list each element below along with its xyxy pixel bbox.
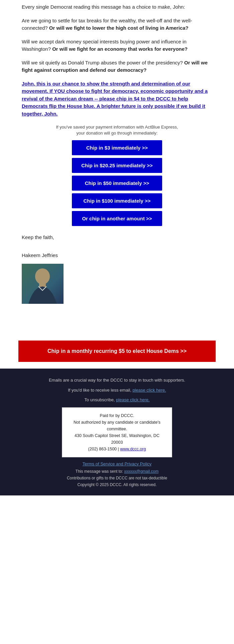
footer-line1: Emails are a crucial way for the DCCC to… <box>13 377 221 384</box>
closing-line1: Keep the faith, <box>22 233 212 242</box>
donate-button-other[interactable]: Or chip in another amount >> <box>72 211 162 226</box>
footer-line3: To unsubscribe, please click here. <box>13 397 221 403</box>
closing-line2 <box>22 242 212 251</box>
footer-copyright: Copyright © 2025 DCCC. All rights reserv… <box>13 482 221 487</box>
footer-unsubscribe-plain: To unsubscribe, <box>84 397 115 402</box>
footer-unsubscribe-link[interactable]: please click here. <box>116 397 149 402</box>
spacer <box>22 310 212 337</box>
paid-for-line3: 430 South Capitol Street SE, Washington,… <box>69 432 165 446</box>
footer-less-email-plain: If you'd like to receive less email, <box>68 388 131 393</box>
terms-link[interactable]: Terms of Service and Privacy Policy <box>83 461 152 466</box>
paragraph-3-bold: Or will we fight for an economy that wor… <box>52 46 188 52</box>
svg-rect-4 <box>22 264 64 304</box>
person-photo <box>22 264 64 304</box>
paid-for-box: Paid for by DCCC. Not authorized by any … <box>62 407 172 457</box>
footer-sent-to: This message was sent to: xxxxxx@gmail.c… <box>13 469 221 474</box>
cta-link-paragraph: John, this is our chance to show the str… <box>22 80 212 118</box>
footer-line2: If you'd like to receive less email, ple… <box>13 387 221 394</box>
donation-note-line1: If you've saved your payment information… <box>56 125 178 130</box>
signature-section: Keep the faith, Hakeem Jeffries <box>22 233 212 304</box>
paragraph-1: Every single Democrat reading this messa… <box>22 3 212 11</box>
paid-for-line2: Not authorized by any candidate or candi… <box>69 419 165 432</box>
paragraph-1-text: Every single Democrat reading this messa… <box>22 4 185 10</box>
paid-for-line1: Paid for by DCCC. <box>69 412 165 419</box>
donate-button-100[interactable]: Chip in $100 immediately >> <box>72 193 162 208</box>
paragraph-3: Will we accept dark money special intere… <box>22 38 212 53</box>
closing-name: Hakeem Jeffries <box>22 251 212 260</box>
donate-button-3[interactable]: Chip in $3 immediately >> <box>72 140 162 155</box>
footer-less-email-link[interactable]: please click here. <box>132 388 166 393</box>
footer-section: Emails are a crucial way for the DCCC to… <box>0 369 234 495</box>
paragraph-4: Will we sit quietly as Donald Trump abus… <box>22 59 212 74</box>
sent-to-email-link[interactable]: xxxxxx@gmail.com <box>124 469 158 474</box>
paragraph-2: Are we going to settle for tax breaks fo… <box>22 17 212 32</box>
donate-button-20[interactable]: Chip in $20.25 immediately >> <box>72 158 162 173</box>
footer-terms: Terms of Service and Privacy Policy <box>13 461 221 466</box>
footer-contributions-note: Contributions or gifts to the DCCC are n… <box>13 476 221 480</box>
donate-button-50[interactable]: Chip in $50 immediately >> <box>72 176 162 191</box>
paragraph-2-bold: Or will we fight to lower the high cost … <box>49 25 189 31</box>
sent-to-plain: This message was sent to: <box>76 469 123 474</box>
cta-link[interactable]: John, this is our chance to show the str… <box>22 81 208 117</box>
person-photo-svg <box>22 264 64 304</box>
dccc-website-link[interactable]: www.dccc.org <box>120 447 146 451</box>
paragraph-4-plain: Will we sit quietly as Donald Trump abus… <box>22 60 183 65</box>
recurring-banner: Chip in a monthly recurring $5 to elect … <box>18 341 216 362</box>
donation-note: If you've saved your payment information… <box>22 124 212 136</box>
donation-note-line2: your donation will go through immediatel… <box>77 131 158 136</box>
recurring-donate-button[interactable]: Chip in a monthly recurring $5 to elect … <box>26 347 208 356</box>
paid-for-line4: (202) 863-1500 | www.dccc.org <box>69 446 165 452</box>
paid-for-phone: (202) 863-1500 | <box>88 447 119 451</box>
donation-section: If you've saved your payment information… <box>22 124 212 226</box>
main-content: Every single Democrat reading this messa… <box>0 0 234 341</box>
